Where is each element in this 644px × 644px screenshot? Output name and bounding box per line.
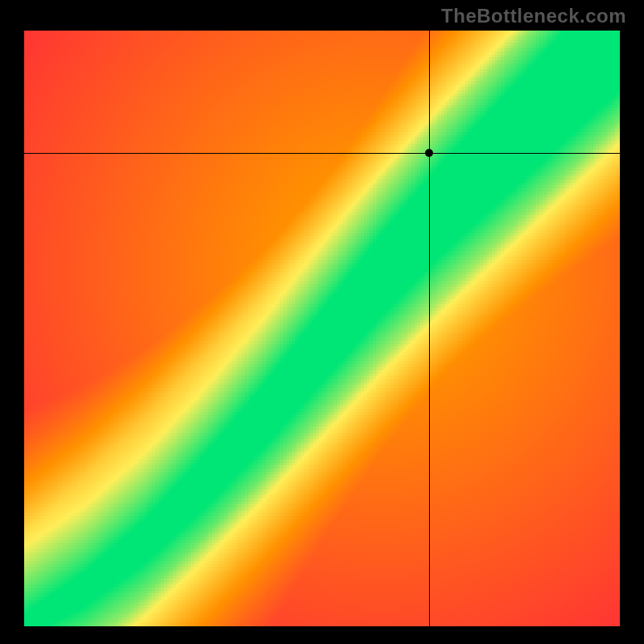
heatmap-plot xyxy=(24,31,620,626)
chart-container: TheBottleneck.com xyxy=(0,0,644,644)
watermark-text: TheBottleneck.com xyxy=(441,5,626,27)
crosshair-vertical xyxy=(429,31,430,626)
data-point-marker xyxy=(425,149,433,157)
heatmap-canvas xyxy=(24,31,620,626)
crosshair-horizontal xyxy=(24,153,620,154)
